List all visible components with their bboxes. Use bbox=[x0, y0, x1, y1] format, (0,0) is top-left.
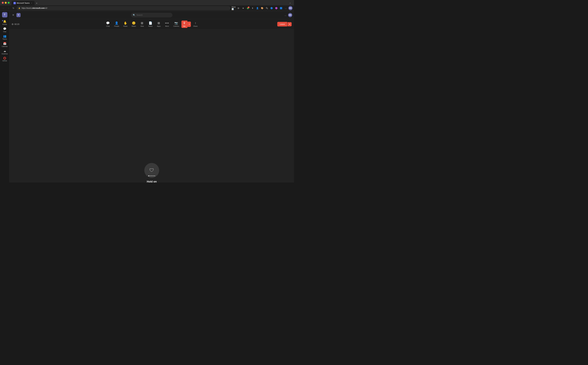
tab-dropdown-button[interactable]: ⌄ bbox=[288, 1, 292, 4]
share-label: Share bbox=[193, 25, 198, 27]
address-bar[interactable]: 🔒 https://teams.microsoft.com/v2/ bbox=[17, 6, 230, 10]
loading-dot-1 bbox=[148, 175, 149, 176]
work-indicator: Work 📊 bbox=[232, 6, 236, 10]
url-path: /v2/ bbox=[44, 7, 47, 9]
color-swatch-icon[interactable]: 🎨 bbox=[260, 6, 264, 10]
back-button[interactable]: ← bbox=[1, 6, 5, 10]
traffic-lights bbox=[2, 2, 10, 4]
meeting-share-button[interactable]: ↑ Share bbox=[192, 21, 199, 28]
mic-dropdown-button[interactable]: ▾ bbox=[187, 21, 191, 27]
meeting-apps-button[interactable]: ⊞ Apps bbox=[155, 20, 163, 28]
calendar-icon: 📅 bbox=[3, 42, 6, 45]
close-traffic-light[interactable] bbox=[2, 2, 4, 4]
meeting-more-icon: ••• bbox=[165, 21, 169, 25]
refresh-button[interactable]: ↻ bbox=[12, 6, 15, 10]
ext-icon-4[interactable]: 🟦 bbox=[279, 6, 283, 10]
share-icon: ↑ bbox=[195, 21, 196, 25]
mic-wrapper: 🎙 Mic ▾ bbox=[181, 21, 191, 28]
teams-topbar-logo: T bbox=[16, 13, 21, 17]
extensions-icon[interactable]: 🧩 1 bbox=[246, 6, 250, 10]
meeting-more-button[interactable]: ••• More bbox=[163, 21, 171, 28]
chat-icon: 💬 bbox=[3, 27, 6, 30]
meeting-chat-button[interactable]: 💬 Chat bbox=[104, 20, 112, 28]
sidebar-item-onedrive[interactable]: ☁ OneDrive bbox=[1, 49, 9, 56]
bookmark-star-icon[interactable]: ★ bbox=[241, 6, 245, 10]
active-tab[interactable]: T Microsoft Teams × bbox=[11, 1, 35, 5]
maximize-traffic-light[interactable] bbox=[8, 2, 10, 4]
camera-label: Camera bbox=[173, 25, 179, 27]
browser-tabs: T Microsoft Teams × + bbox=[11, 0, 288, 5]
activity-label: Activity bbox=[2, 23, 7, 25]
search-bar[interactable]: 🔍 bbox=[131, 13, 172, 17]
new-tab-button[interactable]: + bbox=[35, 1, 39, 5]
meeting-notes-icon: 📄 bbox=[149, 21, 152, 25]
loading-dot-5 bbox=[154, 175, 155, 176]
topbar-profile-avatar[interactable]: ME bbox=[288, 13, 292, 17]
sidebar-item-calendar[interactable]: 📅 Calendar bbox=[1, 41, 9, 48]
browser-profile-avatar[interactable]: ME bbox=[288, 6, 293, 10]
meeting-view-button[interactable]: ⊞ View bbox=[138, 20, 146, 28]
app-grid-icon[interactable]: ⊞ bbox=[236, 6, 240, 10]
url-display: https://teams.microsoft.com/v2/ bbox=[22, 7, 229, 9]
camera-icon: 📷 bbox=[174, 21, 178, 25]
leave-meeting-button[interactable]: Leave bbox=[277, 22, 287, 27]
minimize-traffic-light[interactable] bbox=[5, 2, 7, 4]
browser-toolbar-right: Work 📊 ⊞ ★ 🧩 1 ⬇ 👤 🎨 🔌 🔵 🟣 🟦 ... ME bbox=[232, 6, 293, 10]
loading-dot-3 bbox=[151, 175, 152, 176]
meeting-mic-button[interactable]: 🎙 Mic bbox=[181, 21, 187, 28]
address-bar-row: ← → ↻ 🔒 https://teams.microsoft.com/v2/ … bbox=[0, 5, 294, 11]
meeting-chat-icon: 💬 bbox=[106, 21, 110, 25]
calendar-label: Calendar bbox=[2, 46, 8, 47]
meeting-area: 🛡 Hold on Looks like something went wron… bbox=[9, 29, 294, 182]
tab-close-button[interactable]: × bbox=[30, 2, 33, 4]
meeting-status: 02:23 bbox=[12, 23, 19, 25]
meeting-react-button[interactable]: 😊 React bbox=[130, 20, 138, 28]
meeting-topbar: 02:23 💬 Chat 👤 People ✋ Raise 😊 bbox=[9, 19, 294, 29]
loading-dots bbox=[148, 175, 155, 176]
meeting-notes-label: Notes bbox=[148, 25, 153, 27]
meeting-apps-label: Apps bbox=[157, 25, 161, 27]
meeting-raise-label: Raise bbox=[123, 25, 128, 27]
hold-on-avatar-icon: 🛡 bbox=[149, 168, 154, 173]
leave-btn-wrapper: Leave ▼ bbox=[277, 22, 292, 27]
sidebar-item-activity[interactable]: 🔔 Activity bbox=[1, 19, 9, 26]
meeting-raise-button[interactable]: ✋ Raise bbox=[122, 20, 129, 28]
meeting-timer: 02:23 bbox=[14, 23, 19, 25]
forward-button[interactable]: → bbox=[7, 6, 10, 10]
puzzle-icon[interactable]: 🔌 bbox=[265, 6, 269, 10]
hamburger-menu[interactable]: ≡ bbox=[11, 13, 15, 17]
loading-dot-4 bbox=[153, 175, 154, 176]
meeting-people-button[interactable]: 👤 People bbox=[112, 20, 121, 28]
ext-icon-3[interactable]: 🟣 bbox=[274, 6, 278, 10]
activity-icon: 🔔 bbox=[3, 20, 6, 23]
mic-icon: 🎙 bbox=[183, 21, 186, 25]
leave-dropdown-button[interactable]: ▼ bbox=[287, 22, 292, 26]
meeting-camera-button[interactable]: 📷 Camera bbox=[172, 20, 181, 28]
meeting-react-label: React bbox=[132, 25, 136, 27]
another-ext-icon[interactable]: 🔵 bbox=[269, 6, 274, 10]
sidebar: T 🔔 Activity 💬 Chat 👥 Teams 📅 Calendar ☁… bbox=[0, 11, 9, 182]
github-label: GitHub bbox=[2, 60, 7, 62]
github-icon: ⭕ bbox=[3, 57, 6, 60]
meeting-react-icon: 😊 bbox=[132, 21, 136, 25]
download-icon[interactable]: ⬇ bbox=[251, 6, 255, 10]
tab-favicon: T bbox=[14, 2, 16, 4]
meeting-notes-button[interactable]: 📄 Notes bbox=[147, 20, 154, 28]
sidebar-item-github[interactable]: ⭕ GitHub bbox=[1, 56, 9, 63]
url-prefix: https://teams. bbox=[22, 7, 32, 9]
teams-app: T 🔔 Activity 💬 Chat 👥 Teams 📅 Calendar ☁… bbox=[0, 11, 294, 182]
teams-logo-sidebar[interactable]: T bbox=[2, 12, 7, 17]
profile-icon-browser[interactable]: 👤 bbox=[255, 6, 259, 10]
more-browser-btn[interactable]: ... bbox=[284, 6, 288, 10]
search-input[interactable] bbox=[136, 14, 166, 16]
main-content: ≡ T 🔍 ... ME 02:23 💬 Chat bbox=[9, 11, 294, 182]
topbar-more-button[interactable]: ... bbox=[283, 13, 287, 17]
hold-on-title: Hold on bbox=[147, 180, 157, 183]
meeting-view-label: View bbox=[140, 25, 144, 27]
meeting-view-icon: ⊞ bbox=[141, 21, 143, 25]
sidebar-item-teams[interactable]: 👥 Teams bbox=[1, 34, 9, 41]
hold-on-avatar: 🛡 bbox=[144, 163, 159, 178]
mic-label: Mic bbox=[183, 25, 186, 27]
onedrive-label: OneDrive bbox=[1, 53, 8, 55]
sidebar-item-chat[interactable]: 💬 Chat bbox=[1, 26, 9, 33]
